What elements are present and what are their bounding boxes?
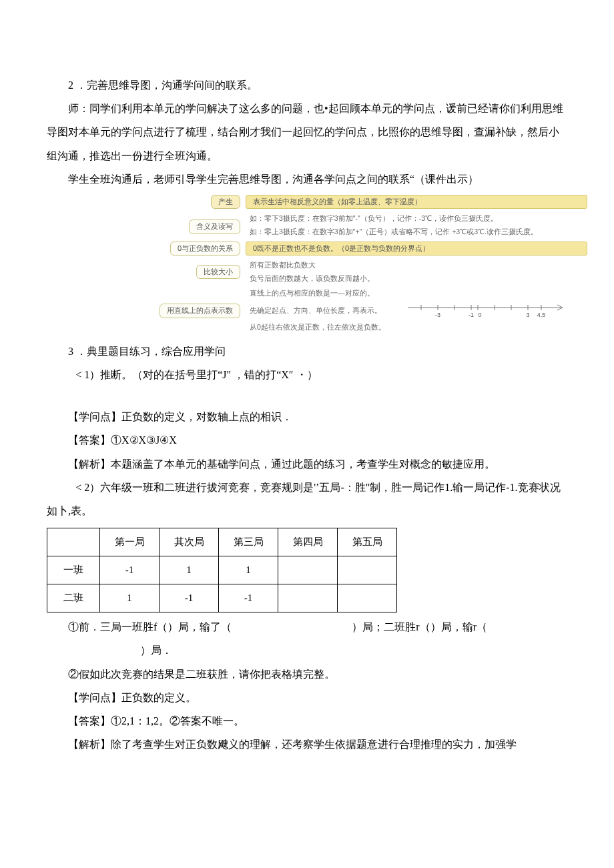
- question-2-stem: < 2）六年级一班和二班进行拔河竞赛，竞赛规则是'’五局-：胜"制，胜一局记作1…: [47, 476, 567, 522]
- mm-node-numberline: 用直线上的点表示数: [160, 304, 240, 318]
- q2-fill-2: ②假如此次竞赛的结果是二班获胜，请你把表格填完整。: [47, 663, 567, 686]
- table-row: 第一局 其次局 第三局 第四局 第五局: [47, 528, 397, 556]
- th-round5: 第五局: [338, 528, 397, 556]
- th-blank: [47, 528, 100, 556]
- q2-fill-1c: ）局．: [140, 644, 172, 656]
- cell: [278, 584, 338, 612]
- tick-pos45: 4.5: [537, 312, 546, 318]
- table-row: 一班 -1 1 1: [47, 556, 397, 584]
- mm-desc-numberline-mid: 先确定起点、方向、单位长度，再表示。: [246, 305, 382, 316]
- number-line-icon: -3 -1 0 3 4.5: [388, 301, 587, 320]
- table-row: 二班 1 -1 -1: [47, 584, 397, 612]
- cell: 1: [160, 556, 219, 584]
- paragraph-classshare: 学生全班沟通后，老师引导学生完善思维导图，沟通各学问点之间的联系“（课件出示）: [47, 167, 567, 191]
- tick-neg3: -3: [435, 312, 440, 318]
- cell: 1: [100, 584, 160, 612]
- mm-desc-numberline-top: 直线上的点与相应的数是一—对应的。: [246, 288, 587, 299]
- mm-row-zero: 0与正负数的关系 0既不是正数也不是负数。（0是正数与负数的分界点）: [154, 242, 587, 256]
- cell: -1: [100, 556, 160, 584]
- mm-node-zero: 0与正负数的关系: [170, 242, 240, 256]
- heading-section-2: 2 ．完善思维导图，沟通学问间的联系。: [47, 73, 567, 97]
- q2-knowledge: 【学问点】正负数的定义。: [47, 686, 567, 709]
- q2-fill-1b: ）局；二班胜r（）局，输r（: [352, 621, 487, 632]
- mm-desc-numberline-bottom: 从0起往右依次是正数，往左依次是负数。: [246, 322, 587, 333]
- tick-neg1: -1: [469, 312, 474, 318]
- mm-row-numberline: 用直线上的点表示数 直线上的点与相应的数是一—对应的。 先确定起点、方向、单位长…: [154, 288, 587, 332]
- paragraph-teacher: 师：同学们利用本单元的学问解决了这么多的问题，也•起回顾本单元的学问点，谖前已经…: [47, 97, 567, 167]
- tick-zero: 0: [478, 312, 481, 318]
- mm-desc-zero: 0既不是正数也不是负数。（0是正数与负数的分界点）: [246, 242, 587, 256]
- cell: 1: [219, 556, 278, 584]
- mm-node-compare: 比较大小: [196, 265, 240, 279]
- mm-node-readwrite: 含义及读写: [189, 220, 240, 234]
- heading-section-3: 3 ．典里题目练习，综合应用学问: [47, 340, 567, 363]
- mm-row-readwrite: 含义及读写 如：零下3摄氏度：在数字3前加"-"（负号），记作：-3℃，读作负三…: [154, 213, 587, 237]
- q2-answer: 【答案】①2,1：1,2。②答案不唯一。: [47, 709, 567, 733]
- mm-node-origin: 产生: [211, 195, 240, 209]
- cell: -1: [219, 584, 278, 612]
- th-round1: 第一局: [100, 528, 160, 556]
- q2-fill-1a: ①前．三局一班胜f（）局，输了（: [68, 621, 232, 632]
- mm-row-origin: 产生 表示生活中相反意义的量（如零上温度、零下温度）: [154, 195, 587, 209]
- question-1-stem: < 1）推断。（对的在括号里打“J″ ，错的打“X″ ・）: [47, 363, 567, 386]
- score-table: 第一局 其次局 第三局 第四局 第五局 一班 -1 1 1 二班 1 -1 -1: [47, 528, 397, 612]
- q2-explain: 【解析】除了考查学生对正负数飕义的理解，还考察学生依据题意进行合理推理的实力，加…: [47, 733, 567, 756]
- cell: -1: [160, 584, 219, 612]
- th-round3: 第三局: [219, 528, 278, 556]
- document-page: 2 ．完善思维导图，沟通学问间的联系。 师：同学们利用本单元的学问解决了这么多的…: [0, 0, 614, 796]
- th-round4: 第四局: [278, 528, 338, 556]
- mm-desc-readwrite-2: 如：零上3摄氏度：在数字3前加"+"（正号）或省略不写，记作 +3℃或3℃.读作…: [246, 226, 587, 238]
- q2-fill-1: ①前．三局一班胜f（）局，输了（）局；二班胜r（）局，输r（）局．: [47, 615, 567, 662]
- tick-pos3: 3: [526, 312, 529, 318]
- mm-desc-origin: 表示生活中相反意义的量（如零上温度、零下温度）: [246, 195, 587, 209]
- cell: [338, 556, 397, 584]
- row-label-class1: 一班: [47, 556, 100, 584]
- cell: [278, 556, 338, 584]
- q1-answer: 【答案】①X②X③J④X: [47, 428, 567, 452]
- mm-desc-compare-2: 负号后面的数越大，该负数反而越小。: [246, 273, 587, 284]
- q1-knowledge: 【学问点】正负数的定义，对数轴上点的相识．: [47, 405, 567, 428]
- mm-desc-compare-1: 所有正数都比负数大: [246, 260, 587, 271]
- q1-explain: 【解析】本题涵盖了本单元的基础学问点，通过此题的练习，考查学生对概念的敏捷应用。: [47, 452, 567, 476]
- cell: [338, 584, 397, 612]
- mm-row-compare: 比较大小 所有正数都比负数大 负号后面的数越大，该负数反而越小。: [154, 260, 587, 284]
- mindmap-diagram: 产生 表示生活中相反意义的量（如零上温度、零下温度） 含义及读写 如：零下3摄氏…: [154, 195, 587, 333]
- mm-desc-readwrite-1: 如：零下3摄氏度：在数字3前加"-"（负号），记作：-3℃，读作负三摄氏度。: [246, 213, 587, 224]
- th-round2: 其次局: [160, 528, 219, 556]
- row-label-class2: 二班: [47, 584, 100, 612]
